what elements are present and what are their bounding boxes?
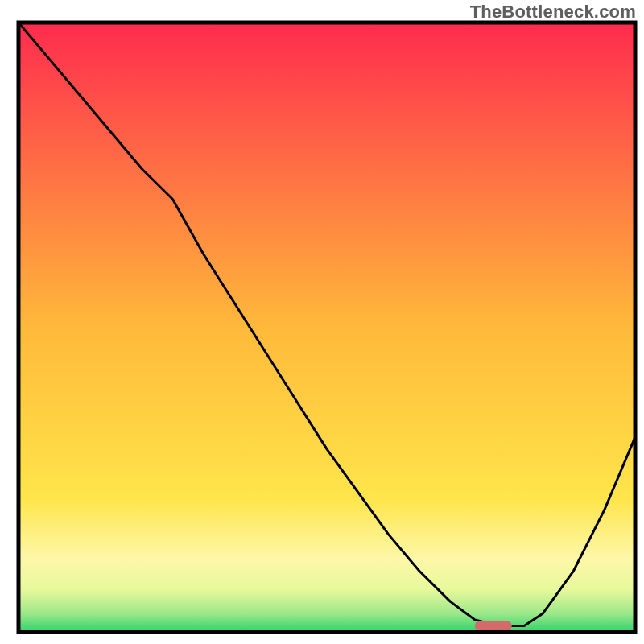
bottleneck-chart bbox=[0, 0, 644, 644]
watermark-label: TheBottleneck.com bbox=[470, 2, 636, 23]
chart-container: TheBottleneck.com bbox=[0, 0, 644, 644]
plot-background bbox=[19, 23, 635, 632]
optimal-range-marker bbox=[475, 621, 512, 630]
